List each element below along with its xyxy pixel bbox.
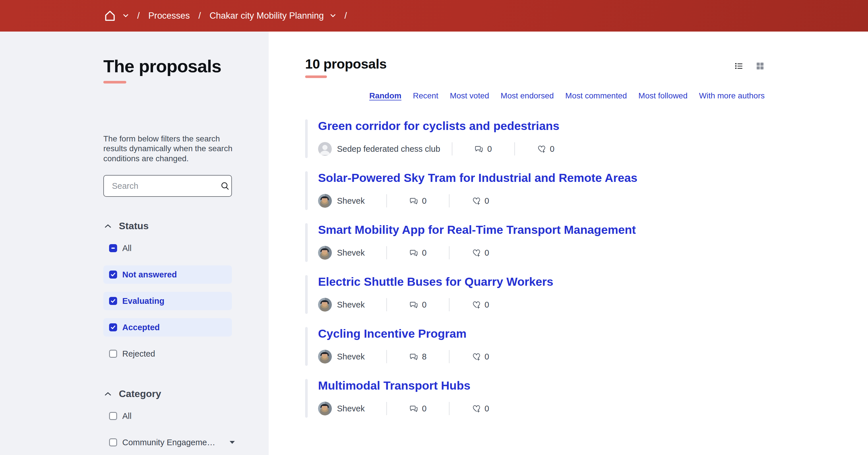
comments-icon xyxy=(409,248,418,257)
proposal-author[interactable]: Shevek xyxy=(318,402,386,415)
filter-status-not-answered[interactable]: Not answered xyxy=(103,265,232,284)
proposal-title-link[interactable]: Solar-Powered Sky Tram for Industrial an… xyxy=(318,171,638,185)
filter-status-accepted[interactable]: Accepted xyxy=(103,318,232,336)
search-icon[interactable] xyxy=(220,181,230,191)
sort-option-most-commented[interactable]: Most commented xyxy=(565,91,627,100)
breadcrumb-link-processes[interactable]: Processes xyxy=(148,11,190,21)
checkbox-label: Community Engagement a… xyxy=(122,438,217,447)
checkbox-checked[interactable] xyxy=(109,270,117,279)
search-box xyxy=(103,175,232,197)
avatar-default-icon xyxy=(318,142,332,156)
endorsements-stat: 0 xyxy=(450,300,512,310)
author-name: Shevek xyxy=(337,248,365,258)
sort-option-with-more-authors[interactable]: With more authors xyxy=(699,91,765,100)
proposal-card: Multimodal Transport Hubs Shevek 0 xyxy=(305,379,765,418)
checkbox-checked[interactable] xyxy=(109,323,117,331)
endorse-heart-plus-icon xyxy=(472,248,481,257)
endorsements-stat: 0 xyxy=(450,196,512,206)
endorsements-count: 0 xyxy=(485,248,489,258)
filter-category-all[interactable]: All xyxy=(103,407,232,425)
proposal-card: Smart Mobility App for Real-Time Transpo… xyxy=(305,223,765,262)
filter-section-status: Status All Not answered Evaluating xyxy=(103,220,251,363)
endorse-heart-plus-icon xyxy=(537,144,546,154)
proposal-title-link[interactable]: Cycling Incentive Program xyxy=(318,327,466,340)
filter-status-rejected[interactable]: Rejected xyxy=(103,345,232,363)
proposal-author[interactable]: Shevek xyxy=(318,246,386,260)
card-left-bar xyxy=(305,379,308,418)
author-name: Sedep federated chess club xyxy=(337,144,440,154)
sort-option-most-followed[interactable]: Most followed xyxy=(639,91,687,100)
sort-option-most-voted[interactable]: Most voted xyxy=(450,91,489,100)
endorsements-count: 0 xyxy=(485,404,489,413)
checkbox-checked[interactable] xyxy=(109,297,117,305)
endorsements-stat: 0 xyxy=(450,248,512,258)
proposal-card: Solar-Powered Sky Tram for Industrial an… xyxy=(305,171,765,210)
avatar-photo xyxy=(318,246,332,260)
author-name: Shevek xyxy=(337,300,365,310)
checkbox-unchecked[interactable] xyxy=(109,412,117,420)
comments-stat: 8 xyxy=(387,352,449,361)
comments-icon xyxy=(409,300,418,309)
endorsements-stat: 0 xyxy=(450,352,512,361)
chevron-down-icon[interactable] xyxy=(330,14,336,18)
comments-stat: 0 xyxy=(453,144,515,154)
sort-options: Random Recent Most voted Most endorsed M… xyxy=(305,91,765,100)
view-toggle xyxy=(734,62,765,70)
chevron-down-icon[interactable] xyxy=(123,14,129,18)
checkbox-label: Accepted xyxy=(122,323,160,332)
endorsements-count: 0 xyxy=(485,196,489,206)
checkbox-indeterminate[interactable] xyxy=(109,244,117,252)
proposal-title-link[interactable]: Multimodal Transport Hubs xyxy=(318,379,470,392)
status-section-header[interactable]: Status xyxy=(104,220,251,231)
proposal-title-link[interactable]: Green corridor for cyclists and pedestri… xyxy=(318,119,559,133)
endorsements-count: 0 xyxy=(550,144,554,154)
page-title: The proposals xyxy=(103,56,251,76)
author-name: Shevek xyxy=(337,352,365,361)
comments-count: 0 xyxy=(422,300,427,310)
count-accent-underline xyxy=(305,75,327,78)
filter-status-all[interactable]: All xyxy=(103,239,232,257)
proposal-card: Green corridor for cyclists and pedestri… xyxy=(305,119,765,158)
breadcrumb-link-process[interactable]: Chakar city Mobility Planning xyxy=(210,11,324,21)
filter-status-evaluating[interactable]: Evaluating xyxy=(103,292,232,310)
top-navbar: / Processes / Chakar city Mobility Plann… xyxy=(0,0,868,32)
comments-stat: 0 xyxy=(387,300,449,310)
title-accent-underline xyxy=(103,81,126,84)
sort-option-random[interactable]: Random xyxy=(369,91,401,100)
comments-count: 0 xyxy=(422,248,427,258)
search-input[interactable] xyxy=(112,181,220,191)
avatar-photo xyxy=(318,298,332,312)
checkbox-unchecked[interactable] xyxy=(109,438,117,446)
endorse-heart-plus-icon xyxy=(472,352,481,361)
proposal-author[interactable]: Shevek xyxy=(318,298,386,312)
card-left-bar xyxy=(305,223,308,262)
proposal-author[interactable]: Shevek xyxy=(318,350,386,363)
avatar-photo xyxy=(318,402,332,415)
proposals-count-title: 10 proposals xyxy=(305,56,386,72)
proposal-title-link[interactable]: Electric Shuttle Buses for Quarry Worker… xyxy=(318,275,553,289)
sort-option-recent[interactable]: Recent xyxy=(413,91,438,100)
comments-icon xyxy=(409,352,418,361)
caret-down-icon[interactable] xyxy=(229,441,236,444)
grid-view-icon[interactable] xyxy=(755,62,765,70)
card-left-bar xyxy=(305,171,308,210)
breadcrumb-separator: / xyxy=(344,11,347,21)
status-section-title: Status xyxy=(119,220,149,231)
comments-icon xyxy=(409,196,418,205)
proposal-author[interactable]: Shevek xyxy=(318,194,386,208)
checkbox-label: Evaluating xyxy=(122,296,164,306)
home-icon[interactable] xyxy=(103,9,117,22)
comments-icon xyxy=(409,404,418,413)
proposal-card: Electric Shuttle Buses for Quarry Worker… xyxy=(305,275,765,314)
comments-icon xyxy=(474,144,484,154)
category-section-title: Category xyxy=(119,388,161,399)
filter-category-community-engagement[interactable]: Community Engagement a… xyxy=(103,433,241,452)
category-section-header[interactable]: Category xyxy=(104,388,251,399)
checkbox-unchecked[interactable] xyxy=(109,350,117,358)
comments-count: 8 xyxy=(422,352,427,361)
list-view-icon[interactable] xyxy=(734,62,743,70)
proposal-title-link[interactable]: Smart Mobility App for Real-Time Transpo… xyxy=(318,223,636,237)
sort-option-most-endorsed[interactable]: Most endorsed xyxy=(501,91,554,100)
endorse-heart-plus-icon xyxy=(472,196,481,205)
proposal-author[interactable]: Sedep federated chess club xyxy=(318,142,452,156)
